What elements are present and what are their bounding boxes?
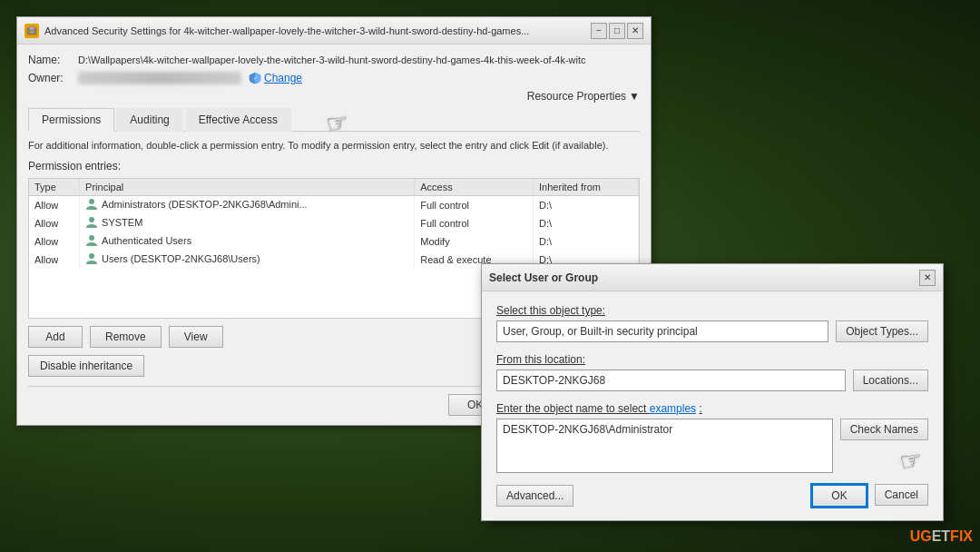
table-header-row: Type Principal Access Inherited from <box>29 179 639 196</box>
cell-type: Allow <box>29 251 80 269</box>
watermark-fix: FIX <box>950 528 973 544</box>
object-name-input[interactable] <box>496 419 833 473</box>
cell-type: Allow <box>29 214 80 232</box>
add-button[interactable]: Add <box>28 326 83 348</box>
svg-point-6 <box>89 235 94 241</box>
close-button[interactable]: ✕ <box>627 23 643 39</box>
minimize-button[interactable]: − <box>591 23 607 39</box>
cell-inherited-from: D:\ <box>534 196 639 215</box>
object-type-label: Select this object type: <box>496 304 928 317</box>
enter-object-name-label: Enter the object name to select examples… <box>496 402 928 415</box>
watermark: UGETFIX <box>910 528 973 545</box>
table-row[interactable]: AllowSYSTEMFull controlD:\ <box>29 214 639 232</box>
col-access: Access <box>415 179 534 196</box>
object-type-row: Object Types... <box>496 320 928 342</box>
owner-label: Owner: <box>28 72 78 84</box>
object-name-row: Check Names <box>496 419 928 473</box>
window-icon <box>24 24 39 38</box>
cell-access: Full control <box>415 196 534 215</box>
view-button[interactable]: View <box>169 326 223 348</box>
cell-access: Full control <box>415 214 534 232</box>
dialog-cancel-button[interactable]: Cancel <box>875 484 928 506</box>
svg-point-5 <box>89 217 94 222</box>
main-title-bar: Advanced Security Settings for 4k-witche… <box>17 17 651 44</box>
col-inherited-from: Inherited from <box>534 179 639 196</box>
from-location-label: From this location: <box>496 353 928 366</box>
examples-link[interactable]: examples <box>650 402 696 415</box>
resource-properties-button[interactable]: Resource Properties ▼ <box>527 90 640 103</box>
permission-table: Type Principal Access Inherited from All… <box>29 179 639 269</box>
dialog-title-bar: Select User or Group ✕ <box>482 264 943 291</box>
remove-button[interactable]: Remove <box>90 326 162 348</box>
owner-blurred-value <box>78 72 241 84</box>
tab-effective-access[interactable]: Effective Access <box>185 108 291 132</box>
owner-row: Owner: ✓ Change <box>28 72 640 84</box>
dialog-title: Select User or Group <box>489 271 598 284</box>
watermark-ug: UG <box>910 528 932 544</box>
name-label: Name: <box>28 54 78 66</box>
change-link[interactable]: Change <box>264 72 302 84</box>
dialog-ok-cancel: OK Cancel <box>811 484 928 508</box>
resource-properties-row: Resource Properties ▼ <box>28 90 640 103</box>
title-bar-controls: − □ ✕ <box>591 23 643 39</box>
table-row[interactable]: AllowAuthenticated UsersModifyD:\ <box>29 232 639 251</box>
permission-entries-label: Permission entries: <box>28 160 640 172</box>
object-type-input[interactable] <box>496 320 828 342</box>
cell-principal: Authenticated Users <box>80 232 415 251</box>
dialog-ok-button[interactable]: OK <box>811 484 867 508</box>
advanced-button[interactable]: Advanced... <box>496 485 573 507</box>
col-type: Type <box>29 179 80 196</box>
name-value: D:\Wallpapers\4k-witcher-wallpaper-lovel… <box>78 54 640 65</box>
tabs-bar: Permissions Auditing Effective Access <box>28 108 640 132</box>
cell-type: Allow <box>29 196 80 215</box>
object-types-button[interactable]: Object Types... <box>836 320 928 342</box>
col-principal: Principal <box>80 179 415 196</box>
tab-permissions[interactable]: Permissions <box>28 108 114 132</box>
svg-point-7 <box>89 253 94 259</box>
svg-point-2 <box>31 30 34 33</box>
svg-point-4 <box>89 199 94 204</box>
location-row: Locations... <box>496 370 928 391</box>
cell-type: Allow <box>29 232 80 251</box>
main-window-title: Advanced Security Settings for 4k-witche… <box>44 25 529 36</box>
title-bar-left: Advanced Security Settings for 4k-witche… <box>24 24 529 38</box>
cell-principal: Users (DESKTOP-2NKGJ68\Users) <box>80 251 415 269</box>
check-names-button[interactable]: Check Names <box>840 419 928 440</box>
location-input[interactable] <box>496 370 846 391</box>
maximize-button[interactable]: □ <box>609 23 625 39</box>
locations-button[interactable]: Locations... <box>853 370 928 391</box>
dialog-body: Select this object type: Object Types...… <box>482 291 943 520</box>
name-row: Name: D:\Wallpapers\4k-witcher-wallpaper… <box>28 54 640 66</box>
resource-properties-label: Resource Properties <box>527 90 626 103</box>
dialog-window: Select User or Group ✕ Select this objec… <box>481 263 944 521</box>
cell-access: Modify <box>415 232 534 251</box>
disable-inheritance-button[interactable]: Disable inheritance <box>28 355 144 377</box>
cell-inherited-from: D:\ <box>534 232 639 251</box>
table-row[interactable]: AllowAdministrators (DESKTOP-2NKGJ68\Adm… <box>29 196 639 215</box>
info-text: For additional information, double-click… <box>28 139 640 153</box>
svg-text:✓: ✓ <box>253 75 258 81</box>
cell-principal: SYSTEM <box>80 214 415 232</box>
chevron-down-icon: ▼ <box>629 90 640 103</box>
cell-inherited-from: D:\ <box>534 214 639 232</box>
watermark-et: ET <box>932 528 950 544</box>
dialog-close-button[interactable]: ✕ <box>919 270 936 286</box>
cell-principal: Administrators (DESKTOP-2NKGJ68\Admini..… <box>80 196 415 215</box>
svg-rect-1 <box>29 26 34 30</box>
tab-auditing[interactable]: Auditing <box>116 108 182 132</box>
dialog-bottom-row: Advanced... OK Cancel <box>496 484 928 508</box>
shield-icon: ✓ <box>249 72 261 84</box>
